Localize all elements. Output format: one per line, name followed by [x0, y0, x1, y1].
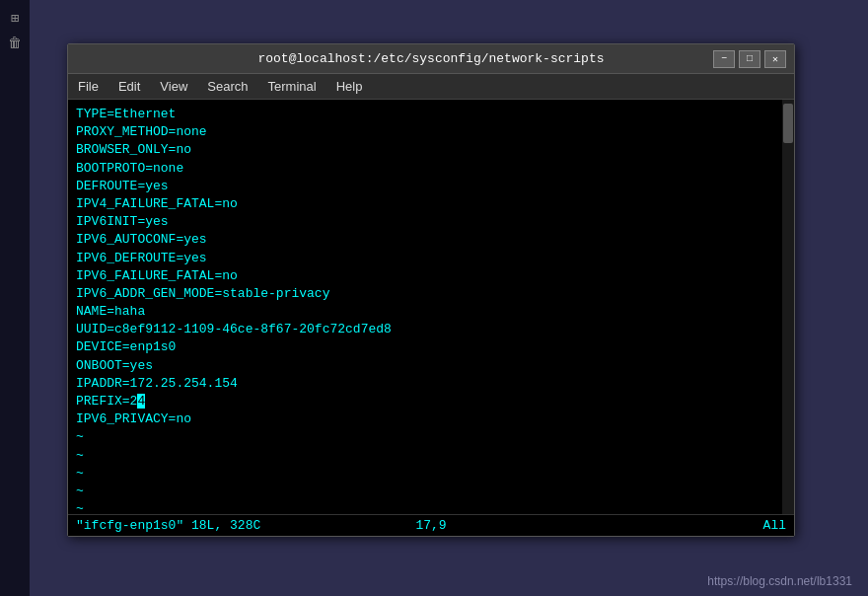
term-line: PROXY_METHOD=none — [76, 123, 786, 141]
term-line: NAME=haha — [76, 303, 786, 321]
term-line: IPV6_DEFROUTE=yes — [76, 250, 786, 267]
term-line: IPADDR=172.25.254.154 — [76, 375, 786, 393]
window-title: root@localhost:/etc/sysconfig/network-sc… — [257, 51, 604, 66]
minimize-button[interactable]: − — [713, 50, 735, 68]
term-line: IPV6INIT=yes — [76, 213, 786, 231]
menu-terminal[interactable]: Terminal — [258, 74, 326, 99]
status-position: 17,9 — [415, 518, 446, 533]
menu-search[interactable]: Search — [197, 74, 257, 99]
panel-icon-2: 🗑 — [5, 34, 25, 53]
panel-icon-1: ⊞ — [5, 8, 25, 28]
term-line: ~ — [76, 465, 786, 483]
menu-edit[interactable]: Edit — [108, 74, 150, 99]
terminal-window: root@localhost:/etc/sysconfig/network-sc… — [67, 43, 795, 537]
terminal-content[interactable]: TYPE=EthernetPROXY_METHOD=noneBROWSER_ON… — [68, 100, 794, 514]
term-line: IPV6_ADDR_GEN_MODE=stable-privacy — [76, 285, 786, 303]
menu-help[interactable]: Help — [326, 74, 373, 99]
term-line: ~ — [76, 500, 786, 514]
left-panel: ⊞ 🗑 — [0, 0, 30, 596]
term-line: TYPE=Ethernet — [76, 106, 786, 123]
title-bar: root@localhost:/etc/sysconfig/network-sc… — [68, 44, 794, 74]
term-line: IPV4_FAILURE_FATAL=no — [76, 195, 786, 213]
term-line: ~ — [76, 447, 786, 465]
term-line: ~ — [76, 483, 786, 500]
menu-bar: File Edit View Search Terminal Help — [68, 74, 794, 100]
term-lines: TYPE=EthernetPROXY_METHOD=noneBROWSER_ON… — [76, 106, 786, 514]
menu-file[interactable]: File — [68, 74, 108, 99]
close-button[interactable]: ✕ — [764, 50, 786, 68]
term-line: ~ — [76, 428, 786, 446]
term-line: IPV6_PRIVACY=no — [76, 410, 786, 428]
status-scroll: All — [763, 518, 786, 533]
term-line: IPV6_AUTOCONF=yes — [76, 231, 786, 249]
term-line: BROWSER_ONLY=no — [76, 141, 786, 159]
cursor: 4 — [137, 394, 145, 409]
status-bar: "ifcfg-enp1s0" 18L, 328C 17,9 All — [68, 514, 794, 536]
window-controls: − □ ✕ — [713, 50, 786, 68]
footer-link: https://blog.csdn.net/lb1331 — [707, 574, 852, 588]
scrollbar-thumb[interactable] — [783, 104, 793, 143]
term-line: PREFIX=24 — [76, 393, 786, 410]
menu-view[interactable]: View — [150, 74, 197, 99]
term-line: UUID=c8ef9112-1109-46ce-8f67-20fc72cd7ed… — [76, 321, 786, 338]
term-line: BOOTPROTO=none — [76, 160, 786, 178]
term-line: DEVICE=enp1s0 — [76, 338, 786, 356]
maximize-button[interactable]: □ — [739, 50, 760, 68]
term-line: IPV6_FAILURE_FATAL=no — [76, 267, 786, 285]
scrollbar[interactable] — [782, 100, 794, 514]
term-line: DEFROUTE=yes — [76, 178, 786, 195]
term-line: ONBOOT=yes — [76, 357, 786, 375]
